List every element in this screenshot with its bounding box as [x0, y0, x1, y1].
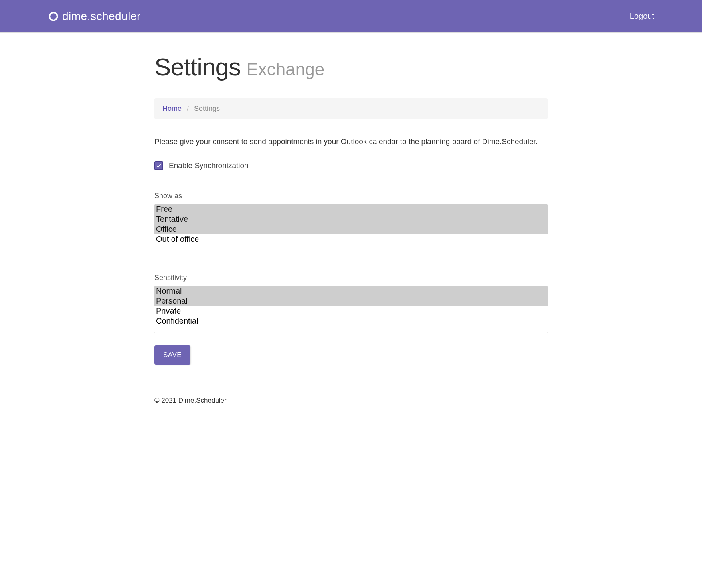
enable-sync-label: Enable Synchronization	[169, 161, 249, 170]
navbar: dime.scheduler Logout	[0, 0, 702, 33]
enable-sync-checkbox[interactable]	[154, 161, 163, 170]
page-title: Settings	[154, 53, 241, 81]
show-as-listbox[interactable]: FreeTentativeOfficeOut of office	[154, 204, 548, 251]
enable-sync-row: Enable Synchronization	[154, 161, 548, 170]
list-item[interactable]: Tentative	[154, 214, 548, 224]
page-subtitle: Exchange	[246, 59, 324, 79]
list-item[interactable]: Private	[154, 306, 548, 316]
logout-link[interactable]: Logout	[630, 12, 654, 21]
breadcrumb-current: Settings	[194, 105, 220, 112]
list-item[interactable]: Confidential	[154, 316, 548, 326]
list-item[interactable]: Normal	[154, 286, 548, 296]
list-item[interactable]: Free	[154, 204, 548, 214]
save-button[interactable]: SAVE	[154, 345, 190, 365]
logo-icon	[48, 11, 59, 22]
brand-text: dime.scheduler	[62, 10, 141, 23]
breadcrumb: Home / Settings	[154, 98, 548, 119]
check-icon	[156, 163, 162, 168]
page-title-block: Settings Exchange	[154, 53, 548, 86]
footer-copyright: © 2021 Dime.Scheduler	[154, 397, 548, 404]
list-item[interactable]: Out of office	[154, 234, 548, 244]
list-item[interactable]: Personal	[154, 296, 548, 306]
show-as-label: Show as	[154, 192, 548, 200]
breadcrumb-separator: /	[187, 105, 189, 112]
consent-description: Please give your consent to send appoint…	[154, 137, 548, 146]
sensitivity-label: Sensitivity	[154, 274, 548, 282]
list-item[interactable]: Office	[154, 224, 548, 234]
sensitivity-listbox[interactable]: NormalPersonalPrivateConfidential	[154, 286, 548, 333]
brand-logo[interactable]: dime.scheduler	[48, 10, 141, 23]
breadcrumb-home[interactable]: Home	[162, 105, 182, 112]
